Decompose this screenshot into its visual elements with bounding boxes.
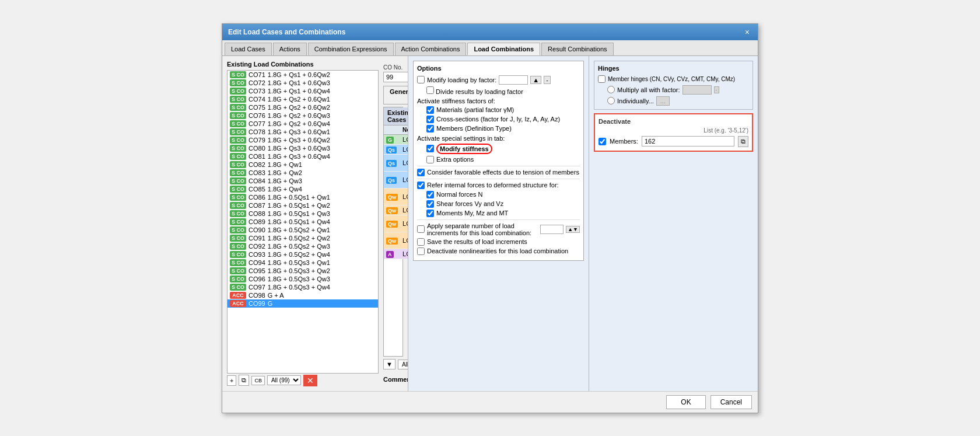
sub-tabs: General Calculation Parameters Modify St…	[383, 86, 403, 104]
members-deactivate-label: Members:	[610, 138, 638, 145]
apply-separate-label: Apply separate number of load increments…	[427, 222, 538, 236]
factor-field[interactable]	[499, 75, 528, 85]
existing-combinations-list[interactable]: S CO CO71 1.8G + Qs1 + 0.6Qw2 S CO CO72 …	[227, 70, 379, 374]
tab-load-cases[interactable]: Load Cases	[225, 43, 272, 55]
main-dialog: Edit Load Cases and Combinations × Load …	[222, 23, 758, 413]
apply-separate-checkbox[interactable]	[417, 225, 425, 233]
cross-sections-row: Cross-sections (factor for J, Iy, Iz, A,…	[417, 116, 580, 123]
copy-combination-button[interactable]: ⧉	[239, 375, 249, 386]
divider	[417, 166, 580, 166]
normal-forces-checkbox[interactable]	[426, 191, 434, 198]
modify-stiffness-checkbox[interactable]	[426, 145, 434, 152]
list-item[interactable]: S CO CO88 1.8G + 0.5Qs1 + Qw3	[228, 210, 378, 218]
increments-input[interactable]	[540, 225, 564, 234]
deactivate-nonlinear-checkbox[interactable]	[417, 247, 425, 255]
list-item[interactable]: S CO CO91 1.8G + 0.5Qs2 + Qw2	[228, 234, 378, 242]
list-item[interactable]: S CO CO78 1.8G + Qs3 + 0.6Qw1	[228, 128, 378, 136]
filter-dropdown[interactable]: All (99)	[267, 375, 301, 385]
badge-co71: S CO	[230, 71, 246, 78]
factor-spin-up[interactable]: ▲	[530, 76, 541, 84]
list-item[interactable]: S CO CO96 1.8G + 0.5Qs3 + Qw3	[228, 275, 378, 283]
refer-internal-checkbox[interactable]	[417, 182, 425, 189]
left-panel: Existing Load Combinations S CO CO71 1.8…	[222, 56, 379, 391]
tab-combination-expressions[interactable]: Combination Expressions	[308, 43, 394, 55]
list-item[interactable]: S CO CO80 1.8G + Qs3 + 0.6Qw3	[228, 144, 378, 152]
divide-results-checkbox[interactable]	[426, 86, 434, 94]
materials-checkbox[interactable]	[426, 106, 434, 114]
members-def-label: Members (Definition Type)	[436, 125, 512, 132]
list-item[interactable]: S CO CO71 1.8G + Qs1 + 0.6Qw2	[228, 71, 378, 79]
list-item[interactable]: S CO CO87 1.8G + 0.5Qs1 + Qw2	[228, 201, 378, 210]
factor-spin-down[interactable]: -	[544, 76, 551, 84]
filter-button[interactable]: ▼	[383, 359, 396, 369]
list-item[interactable]: S CO CO83 1.8G + Qw2	[228, 169, 378, 177]
list-item[interactable]: S CO CO73 1.8G + Qs1 + 0.6Qw4	[228, 87, 378, 95]
list-item[interactable]: S CO CO77 1.8G + Qs2 + 0.6Qw4	[228, 120, 378, 128]
individually-button[interactable]: ...	[656, 96, 670, 106]
list-item-selected[interactable]: ACC CO99 G	[228, 299, 378, 308]
member-hinges-row: Member hinges (CN, CVy, CVz, CMT, CMy, C…	[598, 75, 749, 83]
list-item[interactable]: S CO CO93 1.8G + 0.5Qs2 + Qw4	[228, 250, 378, 259]
hinges-options: Multiply all with factor: - Individually…	[598, 85, 749, 106]
copy2-combination-button[interactable]: CB	[251, 376, 265, 385]
list-item[interactable]: S CO CO74 1.8G + Qs2 + 0.6Qw1	[228, 95, 378, 103]
shear-forces-checkbox[interactable]	[426, 200, 434, 208]
cancel-button[interactable]: Cancel	[710, 395, 752, 409]
tab-result-combinations[interactable]: Result Combinations	[541, 43, 614, 55]
consider-favorable-checkbox[interactable]	[417, 169, 425, 176]
list-item[interactable]: S CO CO90 1.8G + 0.5Qs2 + Qw1	[228, 226, 378, 234]
close-button[interactable]: ×	[743, 27, 752, 37]
co71-desc: 1.8G + Qs1 + 0.6Qw2	[268, 71, 330, 78]
list-item[interactable]: S CO CO95 1.8G + 0.5Qs3 + Qw2	[228, 267, 378, 275]
ok-button[interactable]: OK	[666, 395, 705, 409]
right-panel: Options Modify loading by factor: ▲ - Di…	[408, 56, 589, 391]
individually-row: Individually... ...	[607, 96, 749, 106]
members-def-checkbox[interactable]	[426, 125, 434, 132]
save-results-checkbox[interactable]	[417, 238, 425, 246]
list-item[interactable]: S CO CO75 1.8G + Qs2 + 0.6Qw2	[228, 103, 378, 111]
increments-spin[interactable]: ▲▼	[566, 226, 580, 233]
tab-load-combinations[interactable]: Load Combinations	[467, 43, 540, 55]
refer-internal-label: Refer internal forces to deformed struct…	[427, 182, 559, 189]
individually-radio[interactable]	[607, 97, 615, 104]
multiply-all-row: Multiply all with factor: -	[607, 85, 749, 95]
modify-loading-row: Modify loading by factor: ▲ -	[417, 75, 580, 85]
list-item[interactable]: S CO CO79 1.8G + Qs3 + 0.6Qw2	[228, 136, 378, 144]
extra-options-checkbox[interactable]	[426, 156, 434, 163]
list-item[interactable]: S CO CO94 1.8G + 0.5Qs3 + Qw1	[228, 259, 378, 267]
main-tabs: Load Cases Actions Combination Expressio…	[222, 40, 758, 56]
moments-checkbox[interactable]	[426, 210, 434, 217]
list-item[interactable]: S CO CO92 1.8G + 0.5Qs2 + Qw3	[228, 242, 378, 250]
member-hinges-checkbox[interactable]	[598, 75, 606, 83]
list-item[interactable]: S CO CO86 1.8G + 0.5Qs1 + Qw1	[228, 193, 378, 201]
members-deactivate-input[interactable]	[642, 136, 734, 147]
list-item[interactable]: S CO CO89 1.8G + 0.5Qs1 + Qw4	[228, 218, 378, 226]
members-select-button[interactable]: ⧉	[738, 136, 748, 147]
list-item[interactable]: S CO CO81 1.8G + Qs3 + 0.6Qw4	[228, 152, 378, 161]
cross-sections-checkbox[interactable]	[426, 116, 434, 123]
add-combination-button[interactable]: +	[227, 375, 236, 386]
cross-sections-label: Cross-sections (factor for J, Iy, Iz, A,…	[436, 116, 560, 123]
members-deactivate-checkbox[interactable]	[598, 138, 606, 145]
list-item[interactable]: S CO CO72 1.8G + Qs1 + 0.6Qw3	[228, 79, 378, 87]
tab-action-combinations[interactable]: Action Combinations	[395, 43, 467, 55]
multiply-all-radio[interactable]	[607, 86, 615, 93]
list-item[interactable]: S CO CO85 1.8G + Qw4	[228, 185, 378, 193]
deactivate-section: Deactivate List (e.g. '3-5,12') Members:…	[594, 113, 753, 152]
tab-actions[interactable]: Actions	[273, 43, 307, 55]
list-item[interactable]: ACC CO98 G + A	[228, 291, 378, 299]
extra-options-label: Extra options	[436, 156, 474, 163]
list-item[interactable]: S CO CO84 1.8G + Qw3	[228, 177, 378, 185]
list-item[interactable]: S CO CO97 1.8G + 0.5Qs3 + Qw4	[228, 283, 378, 291]
modify-loading-checkbox[interactable]	[417, 76, 425, 83]
save-results-label: Save the results of load increments	[427, 238, 527, 245]
multiply-factor-input[interactable]	[682, 85, 712, 95]
list-item[interactable]: S CO CO82 1.8G + Qw1	[228, 161, 378, 169]
delete-combination-button[interactable]: ✕	[303, 375, 317, 386]
members-row: Members: ⧉	[598, 136, 748, 147]
list-item[interactable]: S CO CO76 1.8G + Qs2 + 0.6Qw3	[228, 111, 378, 120]
moments-row: Moments My, Mz and MT	[417, 210, 580, 217]
refer-internal-row: Refer internal forces to deformed struct…	[417, 182, 580, 189]
title-bar: Edit Load Cases and Combinations ×	[222, 24, 758, 40]
deactivate-title: Deactivate	[598, 118, 748, 125]
